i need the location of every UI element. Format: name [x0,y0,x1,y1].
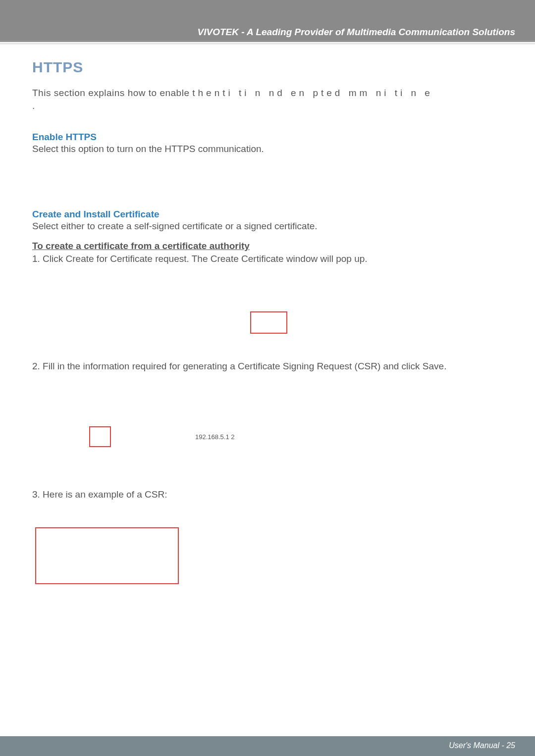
brand-text: VIVOTEK - A Leading Provider of Multimed… [198,27,515,37]
csr-form-row: 192.168.5.1 2 [32,426,505,447]
footer-label: User's Manual - [449,741,506,750]
csr-example-highlight-box [35,527,179,584]
save-button-highlight-box [89,426,111,447]
intro-suffix: . [32,101,35,111]
enable-https-heading: Enable HTTPS [32,132,505,143]
create-install-body: Select either to create a self-signed ce… [32,221,505,232]
cert-authority-heading: To create a certificate from a certifica… [32,241,505,252]
header-brand-line: VIVOTEK - A Leading Provider of Multimed… [0,23,535,41]
header-underline [0,41,535,42]
content-area: HTTPS This section explains how to enabl… [0,44,535,584]
intro-paragraph: This section explains how to enable then… [32,87,505,112]
ip-address-text: 192.168.5.1 2 [195,433,235,441]
page-number: 25 [506,741,515,750]
step-3-text: 3. Here is an example of a CSR: [32,489,505,500]
intro-spaced: thenti ti n nd en pted mm ni ti n e [192,88,433,98]
page-title: HTTPS [32,59,505,76]
footer-bar: User's Manual - 25 [0,736,535,756]
create-install-heading: Create and Install Certificate [32,209,505,220]
create-button-highlight-box [250,311,287,334]
step-1-text: 1. Click Create for Certificate request.… [32,253,505,264]
enable-https-body: Select this option to turn on the HTTPS … [32,144,505,154]
intro-prefix: This section explains how to enable [32,88,189,98]
step-2-text: 2. Fill in the information required for … [32,361,505,372]
